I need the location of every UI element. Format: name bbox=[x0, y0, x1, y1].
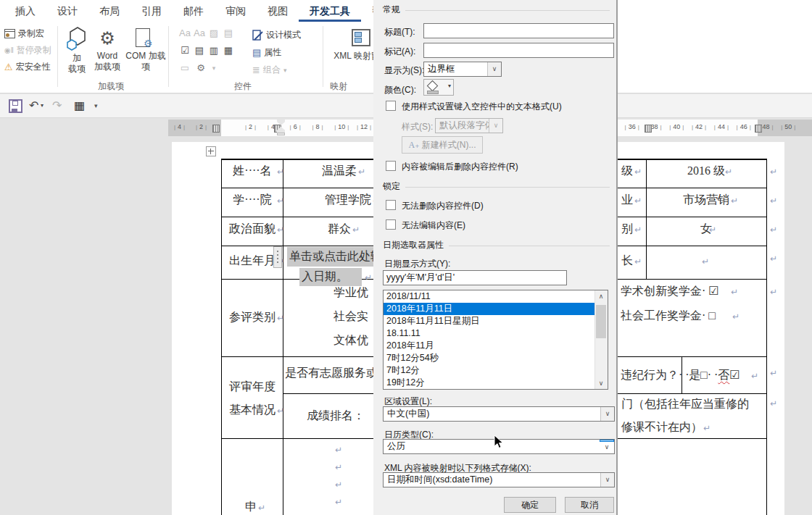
cancel-button[interactable]: 取消 bbox=[565, 497, 614, 513]
content-control-icon[interactable]: ☑ bbox=[178, 43, 192, 58]
date-picker-placeholder-line2[interactable]: 入日期。 bbox=[302, 269, 348, 284]
remove-control-checkbox[interactable] bbox=[386, 161, 396, 171]
table-move-handle[interactable] bbox=[206, 146, 216, 156]
category-line[interactable]: 学业优 bbox=[334, 285, 368, 300]
customize-qat-icon[interactable]: ▾ bbox=[94, 98, 98, 114]
no-edit-checkbox[interactable] bbox=[386, 219, 396, 230]
table-column-marker[interactable] bbox=[645, 125, 652, 133]
undo-button[interactable]: ↶ bbox=[29, 98, 38, 114]
ribbon-tab[interactable]: 布局 bbox=[88, 0, 130, 22]
color-dropdown-icon[interactable]: ▾ bbox=[448, 83, 451, 89]
discipline-question[interactable]: 违纪行为？· · bbox=[621, 368, 689, 382]
table-column-marker[interactable] bbox=[212, 125, 220, 133]
tag-input[interactable] bbox=[423, 43, 614, 58]
category-line[interactable]: 文体优 bbox=[334, 333, 368, 348]
table-cell-name-label[interactable]: 姓····名 bbox=[222, 164, 283, 178]
show-as-dropdown[interactable]: 边界框 ∨ bbox=[423, 62, 502, 77]
save-button[interactable] bbox=[9, 99, 22, 117]
table-cell-basic-info-label[interactable]: 基本情况 bbox=[222, 403, 283, 417]
date-picker-placeholder-line1[interactable]: 单击或点击此处输 bbox=[289, 249, 382, 264]
discipline-answer[interactable]: 是□· ·否☑ bbox=[689, 368, 740, 382]
grade-label-tail[interactable]: 级 bbox=[621, 164, 633, 178]
legacy-tools-icon[interactable]: ⚙ bbox=[194, 61, 208, 75]
ribbon-tab[interactable]: 视图 bbox=[257, 0, 299, 22]
table-cell-school-value[interactable]: 管理学院 bbox=[325, 193, 371, 207]
category-line[interactable]: 社会工作奖学金· □ bbox=[621, 309, 719, 323]
scrollbar-thumb[interactable] bbox=[596, 305, 606, 338]
table-cell-political-label[interactable]: 政治面貌 bbox=[222, 222, 283, 236]
locale-dropdown[interactable]: 中文(中国) ∨ bbox=[383, 406, 615, 422]
chevron-down-icon[interactable]: ∨ bbox=[487, 62, 501, 76]
table-cell-applicant-label[interactable]: 申 bbox=[245, 500, 257, 514]
undo-dropdown-icon[interactable]: ▾ bbox=[41, 98, 44, 114]
ribbon-tab[interactable]: 邮件 bbox=[173, 0, 215, 22]
table-cell-school-label[interactable]: 学····院 bbox=[222, 193, 283, 207]
scroll-up-icon[interactable]: ∧ bbox=[595, 290, 607, 302]
remove-control-label[interactable]: 内容被编辑后删除内容控件(R) bbox=[402, 161, 518, 173]
table-grid-button[interactable]: ▦ bbox=[74, 98, 85, 114]
ribbon-tab[interactable]: 设计 bbox=[46, 0, 88, 22]
design-mode-button[interactable]: 设计模式 bbox=[252, 29, 301, 41]
content-control-icon[interactable]: ▦ bbox=[221, 43, 236, 58]
chevron-down-icon[interactable]: ∨ bbox=[600, 440, 614, 442]
chevron-down-icon[interactable]: ∨ bbox=[600, 473, 614, 487]
course-note-line2[interactable]: 修课不计在内） bbox=[621, 420, 703, 435]
record-macro-button[interactable]: 录制宏 bbox=[4, 28, 44, 40]
listbox-scrollbar[interactable]: ∧ ∨ bbox=[594, 290, 608, 389]
date-format-item[interactable]: 2018/11/11 bbox=[384, 290, 608, 303]
date-format-listbox[interactable]: 2018/11/112018年11月11日2018年11月11日星期日18.11… bbox=[383, 290, 608, 390]
table-column-marker[interactable] bbox=[755, 125, 762, 133]
content-control-icon[interactable]: ▤ bbox=[192, 43, 207, 58]
table-cell-political-value[interactable]: 群众 bbox=[328, 222, 351, 236]
addins-button[interactable]: 加 载项 bbox=[64, 26, 90, 75]
date-format-item[interactable]: 18.11.11 bbox=[384, 327, 608, 340]
ribbon-tab[interactable]: 引用 bbox=[130, 0, 173, 22]
use-style-label[interactable]: 使用样式设置键入空控件中的文本格式(U) bbox=[402, 101, 562, 113]
category-line[interactable]: 社会实 bbox=[334, 309, 368, 324]
gender-value[interactable]: 女 bbox=[647, 222, 766, 236]
word-addins-button[interactable]: ⚙ Word 加载项 bbox=[91, 26, 123, 72]
title-input[interactable] bbox=[423, 23, 614, 38]
course-note-line1[interactable]: 门（包括往年应当重修的 bbox=[621, 397, 749, 411]
chevron-down-icon[interactable]: ∨ bbox=[600, 407, 614, 421]
monitor-label-tail[interactable]: 长 bbox=[621, 254, 633, 268]
table-cell-category-label[interactable]: 参评类别 bbox=[222, 310, 283, 325]
volunteer-question[interactable]: 是否有志愿服务或 bbox=[285, 366, 378, 380]
date-format-input[interactable]: yyyy'年'M'月'd'日' bbox=[383, 270, 567, 285]
ok-button[interactable]: 确定 bbox=[504, 497, 556, 513]
content-control-handle[interactable] bbox=[273, 246, 282, 268]
scroll-down-icon[interactable]: ∨ bbox=[595, 377, 607, 389]
category-line[interactable]: 学术创新奖学金· ☑ bbox=[621, 284, 719, 298]
date-format-item[interactable]: 19时12分 bbox=[384, 377, 608, 389]
no-delete-checkbox[interactable] bbox=[386, 200, 396, 210]
major-label-tail[interactable]: 业 bbox=[621, 193, 633, 207]
major-value[interactable]: 市场营销 bbox=[647, 193, 766, 207]
gender-label-tail[interactable]: 别 bbox=[621, 222, 633, 236]
ribbon-tab[interactable]: 开发工具 bbox=[299, 0, 361, 22]
date-format-item[interactable]: 7时12分54秒 bbox=[384, 352, 608, 364]
no-delete-label[interactable]: 无法删除内容控件(D) bbox=[402, 200, 484, 212]
macro-security-button[interactable]: ⚠ 宏安全性 bbox=[4, 61, 51, 73]
ribbon-tab[interactable]: 插入 bbox=[4, 0, 46, 22]
no-edit-label[interactable]: 无法编辑内容(E) bbox=[402, 219, 465, 232]
legacy-tools-dropdown-icon[interactable]: ▾ bbox=[207, 61, 221, 75]
color-picker-button[interactable]: ▾ bbox=[423, 79, 454, 96]
com-addins-button[interactable]: ⚙ COM 加载项 bbox=[125, 26, 167, 72]
table-cell-review-year-label[interactable]: 评审年度 bbox=[222, 380, 283, 394]
grade-value[interactable]: 2016 级 bbox=[647, 164, 766, 178]
properties-button[interactable]: ▤ 属性 bbox=[252, 46, 281, 59]
table-cell-name-value[interactable]: 温温柔 bbox=[322, 164, 357, 178]
date-format-item[interactable]: 2018年11月 bbox=[384, 340, 608, 352]
date-format-item[interactable]: 7时12分 bbox=[384, 364, 608, 377]
date-format-item[interactable]: 2018年11月11日星期日 bbox=[384, 315, 608, 327]
date-format-item[interactable]: 2018年11月11日 bbox=[384, 303, 608, 315]
answer-checkbox-icon[interactable]: ☑ bbox=[729, 369, 740, 381]
content-control-icon[interactable]: ▥ bbox=[207, 43, 221, 58]
use-style-checkbox[interactable] bbox=[386, 101, 396, 111]
left-indent-marker[interactable] bbox=[277, 133, 285, 135]
ribbon-tab[interactable]: 审阅 bbox=[215, 0, 257, 22]
rank-label[interactable]: 成绩排名： bbox=[307, 409, 365, 423]
paragraph-mark: ↵ bbox=[732, 311, 740, 322]
xml-storage-dropdown[interactable]: 日期和时间(xsd:dateTime) ∨ bbox=[383, 472, 615, 487]
group-separator bbox=[323, 26, 323, 87]
